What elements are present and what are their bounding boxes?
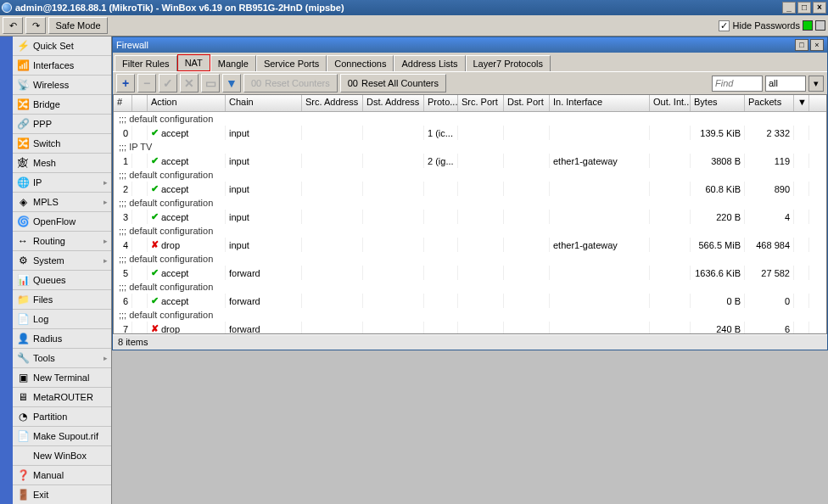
cell [302, 182, 363, 196]
sidebar-item[interactable]: 🌀OpenFlow [13, 212, 111, 232]
sidebar-item[interactable]: ⚙System▸ [13, 251, 111, 271]
table-row[interactable]: 6✔ acceptforward0 B0 [114, 294, 826, 308]
tab[interactable]: Service Ports [256, 55, 327, 71]
table-row[interactable]: 3✔ acceptinput220 B4 [114, 210, 826, 224]
sidebar-item[interactable]: 📊Queues [13, 271, 111, 290]
find-input[interactable] [712, 76, 763, 92]
sidebar-item[interactable]: 🔗PPP [13, 115, 111, 134]
sidebar-label: Wireless [33, 80, 69, 90]
table-row[interactable]: 7✘ dropforward240 B6 [114, 322, 826, 333]
reset-all-counters-button[interactable]: 00Reset All Counters [340, 74, 446, 92]
comment-button[interactable]: ▭ [201, 74, 220, 92]
table-row[interactable]: 2✔ acceptinput60.8 KiB890 [114, 182, 826, 196]
group-row[interactable]: ;;; IP TV [114, 140, 826, 154]
tab[interactable]: Filter Rules [115, 55, 177, 71]
column-header[interactable]: # [114, 95, 132, 111]
group-row[interactable]: ;;; default configuration [114, 280, 826, 294]
remove-button[interactable]: − [137, 74, 156, 92]
firewall-tabs: Filter RulesNATMangleService PortsConnec… [113, 53, 827, 71]
sidebar-item[interactable]: 📁Files [13, 290, 111, 310]
enable-button[interactable]: ✓ [159, 74, 177, 92]
sidebar-item[interactable]: 🕸Mesh [13, 154, 111, 173]
safemode-button[interactable]: Safe Mode [48, 17, 108, 34]
sidebar-icon [16, 449, 30, 462]
sidebar-item[interactable]: 🔧Tools▸ [13, 349, 111, 368]
group-row[interactable]: ;;; default configuration [114, 308, 826, 322]
sidebar-item[interactable]: ◔Partition [13, 407, 111, 427]
column-header[interactable]: Packets [745, 95, 794, 111]
sidebar-label: New Terminal [33, 372, 89, 383]
group-row[interactable]: ;;; default configuration [114, 112, 826, 126]
column-header[interactable]: Out. Int... [650, 95, 691, 111]
column-header[interactable]: In. Interface [550, 95, 650, 111]
column-header[interactable]: Bytes [691, 95, 745, 111]
table-row[interactable]: 1✔ acceptinput2 (ig...ether1-gateway3808… [114, 154, 826, 168]
cell [363, 266, 424, 280]
sidebar-icon: 📶 [16, 59, 30, 72]
column-header[interactable]: Src. Address [302, 95, 363, 111]
sidebar-label: MetaROUTER [33, 392, 93, 402]
firewall-title: Firewall [116, 40, 148, 50]
table-row[interactable]: 5✔ acceptforward1636.6 KiB27 582 [114, 266, 826, 280]
group-row[interactable]: ;;; default configuration [114, 168, 826, 182]
sidebar-item[interactable]: 📄Log [13, 310, 111, 329]
sidebar-item[interactable]: 🌐IP▸ [13, 173, 111, 193]
maximize-button[interactable]: □ [797, 2, 811, 14]
column-header[interactable]: Dst. Address [363, 95, 424, 111]
sidebar-label: Bridge [33, 99, 60, 109]
column-header[interactable]: Dst. Port [504, 95, 550, 111]
sidebar-item[interactable]: 🔀Bridge [13, 95, 111, 115]
sidebar-item[interactable]: ❓Manual [13, 466, 111, 485]
sidebar-item[interactable]: 📡Wireless [13, 76, 111, 95]
cell [504, 266, 550, 280]
sidebar-item[interactable]: 🚪Exit [13, 485, 111, 504]
table-row[interactable]: 4✘ dropinputether1-gateway566.5 MiB468 9… [114, 238, 826, 252]
close-button[interactable]: × [813, 2, 826, 14]
column-header[interactable]: Proto... [424, 95, 458, 111]
sidebar-item[interactable]: 🔀Switch [13, 134, 111, 154]
tab[interactable]: Mangle [210, 55, 256, 71]
sidebar-item[interactable]: 📄Make Supout.rif [13, 427, 111, 446]
column-header[interactable]: Src. Port [458, 95, 504, 111]
sidebar-item[interactable]: ⚡Quick Set [13, 36, 111, 56]
cell [794, 210, 809, 224]
cell [458, 210, 504, 224]
tab[interactable]: Address Lists [394, 55, 465, 71]
reset-counters-button[interactable]: 00Reset Counters [243, 74, 338, 92]
minimize-button[interactable]: _ [782, 2, 796, 14]
sidebar-item[interactable]: New WinBox [13, 446, 111, 466]
column-header[interactable] [132, 95, 148, 111]
tab[interactable]: Connections [327, 55, 394, 71]
filter-button[interactable]: ▼ [222, 74, 241, 92]
sidebar-item[interactable]: ▣New Terminal [13, 368, 111, 388]
column-header[interactable]: ▼ [794, 95, 809, 111]
cell: forward [226, 322, 302, 333]
column-header[interactable]: Action [148, 95, 226, 111]
tab[interactable]: NAT [177, 54, 210, 71]
tab[interactable]: Layer7 Protocols [466, 55, 551, 71]
sidebar-label: Log [33, 314, 48, 324]
table-row[interactable]: 0✔ acceptinput1 (ic...139.5 KiB2 332 [114, 126, 826, 140]
filter-combo-arrow[interactable]: ▾ [808, 76, 824, 92]
filter-combo[interactable]: all [765, 76, 806, 92]
disable-button[interactable]: ✕ [180, 74, 199, 92]
hide-passwords-checkbox[interactable]: ✓ [719, 20, 730, 31]
add-button[interactable]: + [116, 74, 135, 92]
undo-button[interactable]: ↶ [3, 17, 23, 34]
firewall-min-button[interactable]: □ [795, 39, 808, 51]
sidebar-item[interactable]: 📶Interfaces [13, 56, 111, 76]
group-row[interactable]: ;;; default configuration [114, 196, 826, 210]
redo-button[interactable]: ↷ [25, 17, 46, 34]
sidebar-item[interactable]: ↔Routing▸ [13, 232, 111, 251]
cell: 468 984 [745, 238, 794, 252]
group-row[interactable]: ;;; default configuration [114, 252, 826, 266]
firewall-titlebar[interactable]: Firewall □ × [113, 37, 827, 53]
firewall-close-button[interactable]: × [810, 39, 824, 51]
group-row[interactable]: ;;; default configuration [114, 224, 826, 238]
cell [550, 210, 650, 224]
column-header[interactable]: Chain [226, 95, 302, 111]
sidebar-item[interactable]: ◈MPLS▸ [13, 193, 111, 212]
sidebar-item[interactable]: 👤Radius [13, 329, 111, 349]
cell: 119 [745, 154, 794, 168]
sidebar-item[interactable]: 🖥MetaROUTER [13, 388, 111, 407]
